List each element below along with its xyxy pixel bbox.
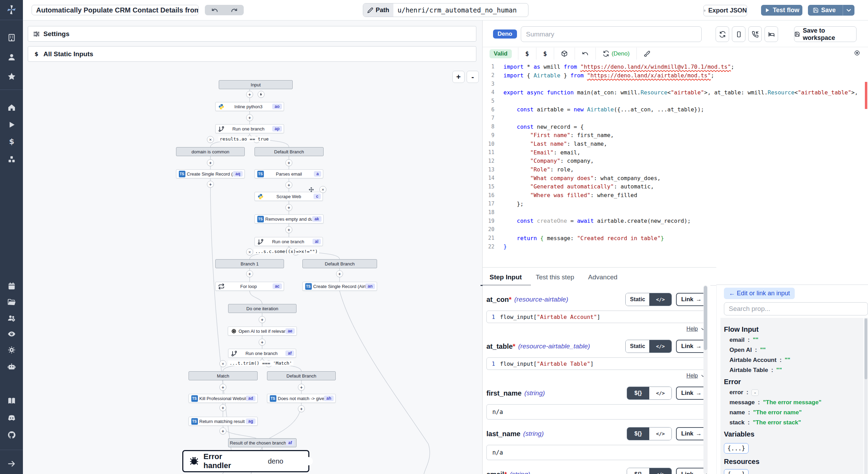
remove-node-icon[interactable]: ×: [319, 186, 326, 193]
summary-input[interactable]: Summary: [521, 26, 702, 42]
expression-input[interactable]: 1flow_input["Airtable Account"]: [486, 311, 707, 323]
flow-node[interactable]: For loopac: [215, 282, 284, 291]
sidebar-play-icon[interactable]: [0, 118, 23, 132]
prop-item[interactable]: Airtable Table:"": [729, 367, 863, 374]
help-link[interactable]: Help: [686, 373, 698, 379]
add-step-button[interactable]: +: [207, 159, 214, 166]
error-handler-node[interactable]: Error handlerdeno: [182, 450, 309, 472]
remove-branch-button[interactable]: ×: [246, 248, 253, 255]
code-mode-segment[interactable]: </>: [649, 340, 671, 353]
mobile-view-button[interactable]: [732, 26, 745, 42]
flow-node[interactable]: TSRemoves empty and duplicatesak: [254, 214, 324, 223]
prop-item[interactable]: Open AI:"": [729, 347, 863, 354]
add-step-button[interactable]: +: [285, 204, 292, 211]
prop-item[interactable]: stack:"The error stack": [729, 419, 863, 426]
code-mode-segment[interactable]: </>: [649, 428, 671, 440]
code-line[interactable]: 1import * as wmill from "https://deno.la…: [483, 62, 868, 71]
sidebar-folder-icon[interactable]: [0, 295, 23, 309]
add-step-button[interactable]: +: [259, 339, 266, 346]
link-button[interactable]: Link→: [676, 427, 707, 440]
add-step-button[interactable]: +: [219, 428, 226, 434]
form-scrollbar[interactable]: [703, 285, 708, 474]
code-line[interactable]: 6 const airtable = new Airtable({...at_c…: [483, 105, 868, 114]
tab-test-this-step[interactable]: Test this step: [529, 273, 581, 281]
add-step-button[interactable]: +: [298, 384, 305, 391]
code-line[interactable]: 5: [483, 97, 868, 105]
flow-node[interactable]: TSCreate Single Record (Airtable)aq: [176, 169, 245, 178]
save-button[interactable]: Save: [808, 5, 840, 16]
code-line[interactable]: 13 "Role": role,: [483, 165, 868, 174]
tab-step-input[interactable]: Step Input: [483, 273, 529, 281]
add-step-button[interactable]: +: [246, 114, 253, 121]
code-line[interactable]: 22}: [483, 242, 868, 251]
sidebar-team-icon[interactable]: [0, 311, 23, 325]
export-json-button[interactable]: Export JSON: [703, 5, 747, 16]
static-mode-segment[interactable]: ${}: [627, 387, 649, 399]
edit-or-link-input-button[interactable]: ← Edit or link an input: [724, 288, 795, 299]
flow-node[interactable]: Run one branchaf: [228, 349, 296, 358]
flow-node[interactable]: Run one branchap: [215, 124, 284, 133]
static-mode-segment[interactable]: Static: [626, 340, 649, 353]
code-line[interactable]: 2import { Airtable } from "https://deno.…: [483, 71, 868, 80]
sidebar-eye-icon[interactable]: [0, 327, 23, 341]
sleep-button[interactable]: [765, 26, 778, 42]
sidebar-dollar-icon[interactable]: $: [0, 135, 23, 149]
flow-title-input[interactable]: Automatically Populate CRM Contact Detai…: [32, 5, 199, 15]
sidebar-cubes-icon[interactable]: [0, 152, 23, 166]
code-line[interactable]: 4export async function main(at_con: wmil…: [483, 88, 868, 97]
flow-node[interactable]: Branch 1: [215, 259, 284, 268]
sidebar-home-icon[interactable]: [0, 100, 23, 114]
prop-scrollbar[interactable]: [864, 318, 868, 474]
add-step-button[interactable]: +: [285, 159, 292, 166]
sidebar-github-icon[interactable]: [0, 428, 23, 442]
save-to-workspace-button[interactable]: Save to workspace: [794, 26, 857, 42]
redo-button[interactable]: [224, 5, 244, 15]
env-var-button[interactable]: $: [518, 50, 536, 57]
value-input[interactable]: n/a: [486, 404, 707, 420]
flow-node[interactable]: Result of the chosen branchaf: [228, 438, 297, 447]
link-button[interactable]: Link→: [676, 340, 707, 353]
prop-item[interactable]: message:"The error message": [729, 399, 863, 406]
code-line[interactable]: 17 };: [483, 200, 868, 208]
add-step-button[interactable]: +: [207, 181, 214, 188]
remove-branch-button[interactable]: ×: [219, 360, 226, 367]
code-line[interactable]: 10 "Last name": last_name,: [483, 139, 868, 148]
code-line[interactable]: 12 "Company": company,: [483, 157, 868, 166]
flow-node[interactable]: Open AI to tell if relevant resultae: [228, 327, 297, 336]
search-prop-input[interactable]: Search prop...: [724, 302, 868, 315]
code-mode-segment[interactable]: </>: [649, 293, 671, 306]
flow-node[interactable]: TSParses emaila: [254, 169, 323, 178]
call-button[interactable]: [748, 26, 762, 42]
sidebar-gear-icon[interactable]: [0, 343, 23, 357]
add-step-button[interactable]: +: [219, 404, 226, 411]
expand-object-chip[interactable]: {...}: [724, 443, 749, 454]
link-button[interactable]: Link→: [676, 293, 707, 306]
expression-input[interactable]: 1flow_input["Airtable Table"]: [486, 357, 707, 370]
add-step-button[interactable]: +: [219, 384, 226, 391]
static-inputs-button[interactable]: $: [536, 50, 554, 57]
static-mode-segment[interactable]: ${}: [627, 468, 649, 474]
prop-item[interactable]: name:"The error name": [729, 409, 863, 416]
sidebar-user-icon[interactable]: [0, 50, 23, 64]
language-badge[interactable]: Deno: [493, 29, 517, 39]
static-mode-segment[interactable]: ${}: [627, 428, 649, 440]
sidebar-arrow-right-icon[interactable]: [0, 457, 23, 471]
code-line[interactable]: 7: [483, 114, 868, 122]
add-step-button[interactable]: +: [259, 316, 266, 323]
flow-node[interactable]: TSDoes not match -> gives empty valueah: [267, 394, 336, 403]
code-line[interactable]: 19 const createOne = await airtable.crea…: [483, 217, 868, 225]
code-mode-segment[interactable]: </>: [649, 468, 671, 474]
flow-node[interactable]: TSKill Professional Websites mentionsad: [189, 394, 258, 403]
sidebar-book-icon[interactable]: [0, 394, 23, 408]
prop-item[interactable]: email:"": [729, 337, 863, 344]
add-step-button[interactable]: +: [246, 91, 253, 98]
sidebar-robot-icon[interactable]: [0, 359, 23, 373]
format-button[interactable]: [637, 50, 657, 57]
windmill-logo-icon[interactable]: [0, 2, 23, 17]
sidebar-calendar-icon[interactable]: [0, 279, 23, 293]
help-link[interactable]: Help: [686, 326, 698, 332]
prop-item[interactable]: error:-: [729, 389, 863, 396]
flow-node[interactable]: Inline python3ao: [215, 102, 284, 111]
flow-node[interactable]: TSReturn matching resultag: [189, 417, 258, 426]
save-more-button[interactable]: [843, 5, 854, 16]
